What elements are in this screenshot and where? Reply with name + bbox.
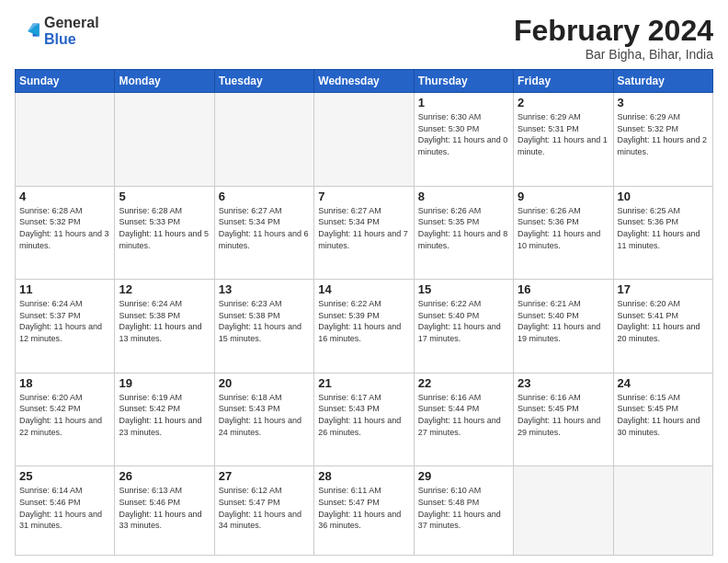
page: General Blue February 2024 Bar Bigha, Bi…: [0, 0, 728, 563]
day-info: Sunrise: 6:21 AMSunset: 5:40 PMDaylight:…: [518, 298, 609, 344]
day-info: Sunrise: 6:11 AMSunset: 5:47 PMDaylight:…: [318, 485, 409, 531]
table-row: 23Sunrise: 6:16 AMSunset: 5:45 PMDayligh…: [514, 373, 613, 466]
table-row: 5Sunrise: 6:28 AMSunset: 5:33 PMDaylight…: [115, 186, 214, 280]
day-info: Sunrise: 6:23 AMSunset: 5:38 PMDaylight:…: [219, 298, 310, 344]
table-row: 16Sunrise: 6:21 AMSunset: 5:40 PMDayligh…: [514, 280, 613, 373]
day-info: Sunrise: 6:27 AMSunset: 5:34 PMDaylight:…: [219, 205, 310, 251]
table-row: 4Sunrise: 6:28 AMSunset: 5:32 PMDaylight…: [16, 186, 115, 280]
day-number: 23: [518, 376, 609, 390]
day-number: 11: [19, 282, 110, 296]
table-row: [514, 466, 613, 556]
day-info: Sunrise: 6:27 AMSunset: 5:34 PMDaylight:…: [318, 205, 409, 251]
table-row: 21Sunrise: 6:17 AMSunset: 5:43 PMDayligh…: [314, 373, 414, 466]
day-number: 27: [219, 469, 310, 483]
day-info: Sunrise: 6:14 AMSunset: 5:46 PMDaylight:…: [19, 485, 110, 531]
day-info: Sunrise: 6:30 AMSunset: 5:30 PMDaylight:…: [418, 111, 509, 157]
table-row: 27Sunrise: 6:12 AMSunset: 5:47 PMDayligh…: [214, 466, 313, 556]
day-info: Sunrise: 6:22 AMSunset: 5:39 PMDaylight:…: [318, 298, 409, 344]
calendar-table: Sunday Monday Tuesday Wednesday Thursday…: [15, 69, 713, 556]
day-info: Sunrise: 6:24 AMSunset: 5:37 PMDaylight:…: [19, 298, 110, 344]
day-info: Sunrise: 6:26 AMSunset: 5:35 PMDaylight:…: [418, 205, 509, 251]
day-info: Sunrise: 6:16 AMSunset: 5:44 PMDaylight:…: [418, 392, 509, 438]
day-number: 2: [518, 96, 609, 109]
day-info: Sunrise: 6:18 AMSunset: 5:43 PMDaylight:…: [219, 392, 310, 438]
day-number: 5: [119, 190, 210, 203]
table-row: 7Sunrise: 6:27 AMSunset: 5:34 PMDaylight…: [314, 186, 414, 280]
day-info: Sunrise: 6:16 AMSunset: 5:45 PMDaylight:…: [518, 392, 609, 438]
weekday-header-row: Sunday Monday Tuesday Wednesday Thursday…: [16, 70, 713, 93]
header-friday: Friday: [514, 70, 613, 93]
table-row: 15Sunrise: 6:22 AMSunset: 5:40 PMDayligh…: [414, 280, 513, 373]
day-number: 28: [318, 469, 409, 483]
calendar-subtitle: Bar Bigha, Bihar, India: [514, 47, 713, 62]
header-monday: Monday: [115, 70, 214, 93]
table-row: 20Sunrise: 6:18 AMSunset: 5:43 PMDayligh…: [214, 373, 313, 466]
table-row: [214, 93, 313, 187]
table-row: 11Sunrise: 6:24 AMSunset: 5:37 PMDayligh…: [16, 280, 115, 373]
table-row: [314, 93, 414, 187]
table-row: 14Sunrise: 6:22 AMSunset: 5:39 PMDayligh…: [314, 280, 414, 373]
table-row: 29Sunrise: 6:10 AMSunset: 5:48 PMDayligh…: [414, 466, 513, 556]
day-number: 19: [119, 376, 210, 390]
day-info: Sunrise: 6:29 AMSunset: 5:32 PMDaylight:…: [618, 111, 709, 157]
day-number: 14: [318, 282, 409, 296]
day-info: Sunrise: 6:28 AMSunset: 5:32 PMDaylight:…: [19, 205, 110, 251]
day-number: 13: [219, 282, 310, 296]
logo: General Blue: [15, 15, 99, 47]
header-sunday: Sunday: [16, 70, 115, 93]
day-number: 12: [119, 282, 210, 296]
header-thursday: Thursday: [414, 70, 513, 93]
day-info: Sunrise: 6:10 AMSunset: 5:48 PMDaylight:…: [418, 485, 509, 531]
day-number: 16: [518, 282, 609, 296]
table-row: 22Sunrise: 6:16 AMSunset: 5:44 PMDayligh…: [414, 373, 513, 466]
title-block: February 2024 Bar Bigha, Bihar, India: [514, 15, 713, 62]
day-number: 4: [19, 190, 110, 203]
header: General Blue February 2024 Bar Bigha, Bi…: [15, 15, 713, 62]
day-info: Sunrise: 6:13 AMSunset: 5:46 PMDaylight:…: [119, 485, 210, 531]
day-number: 21: [318, 376, 409, 390]
day-info: Sunrise: 6:20 AMSunset: 5:42 PMDaylight:…: [19, 392, 110, 438]
day-info: Sunrise: 6:24 AMSunset: 5:38 PMDaylight:…: [119, 298, 210, 344]
table-row: 18Sunrise: 6:20 AMSunset: 5:42 PMDayligh…: [16, 373, 115, 466]
logo-text: General Blue: [44, 15, 99, 47]
day-number: 22: [418, 376, 509, 390]
header-wednesday: Wednesday: [314, 70, 414, 93]
day-number: 7: [318, 190, 409, 203]
day-info: Sunrise: 6:29 AMSunset: 5:31 PMDaylight:…: [518, 111, 609, 157]
day-number: 26: [119, 469, 210, 483]
day-number: 1: [418, 96, 509, 109]
header-tuesday: Tuesday: [214, 70, 313, 93]
day-info: Sunrise: 6:19 AMSunset: 5:42 PMDaylight:…: [119, 392, 210, 438]
day-info: Sunrise: 6:15 AMSunset: 5:45 PMDaylight:…: [618, 392, 709, 438]
table-row: 26Sunrise: 6:13 AMSunset: 5:46 PMDayligh…: [115, 466, 214, 556]
table-row: 24Sunrise: 6:15 AMSunset: 5:45 PMDayligh…: [613, 373, 712, 466]
day-number: 20: [219, 376, 310, 390]
day-number: 8: [418, 190, 509, 203]
logo-icon: [15, 18, 40, 44]
table-row: [115, 93, 214, 187]
logo-general: General: [44, 15, 99, 31]
table-row: 19Sunrise: 6:19 AMSunset: 5:42 PMDayligh…: [115, 373, 214, 466]
day-number: 10: [618, 190, 709, 203]
day-info: Sunrise: 6:22 AMSunset: 5:40 PMDaylight:…: [418, 298, 509, 344]
table-row: 13Sunrise: 6:23 AMSunset: 5:38 PMDayligh…: [214, 280, 313, 373]
day-number: 24: [618, 376, 709, 390]
day-number: 6: [219, 190, 310, 203]
table-row: 12Sunrise: 6:24 AMSunset: 5:38 PMDayligh…: [115, 280, 214, 373]
day-number: 29: [418, 469, 509, 483]
header-saturday: Saturday: [613, 70, 712, 93]
logo-blue: Blue: [44, 31, 99, 48]
day-number: 9: [518, 190, 609, 203]
calendar-title: February 2024: [514, 15, 713, 47]
table-row: 8Sunrise: 6:26 AMSunset: 5:35 PMDaylight…: [414, 186, 513, 280]
table-row: 17Sunrise: 6:20 AMSunset: 5:41 PMDayligh…: [613, 280, 712, 373]
table-row: 25Sunrise: 6:14 AMSunset: 5:46 PMDayligh…: [16, 466, 115, 556]
day-info: Sunrise: 6:17 AMSunset: 5:43 PMDaylight:…: [318, 392, 409, 438]
day-number: 3: [618, 96, 709, 109]
day-number: 15: [418, 282, 509, 296]
table-row: 2Sunrise: 6:29 AMSunset: 5:31 PMDaylight…: [514, 93, 613, 187]
day-info: Sunrise: 6:26 AMSunset: 5:36 PMDaylight:…: [518, 205, 609, 251]
table-row: 3Sunrise: 6:29 AMSunset: 5:32 PMDaylight…: [613, 93, 712, 187]
table-row: 1Sunrise: 6:30 AMSunset: 5:30 PMDaylight…: [414, 93, 513, 187]
day-number: 25: [19, 469, 110, 483]
